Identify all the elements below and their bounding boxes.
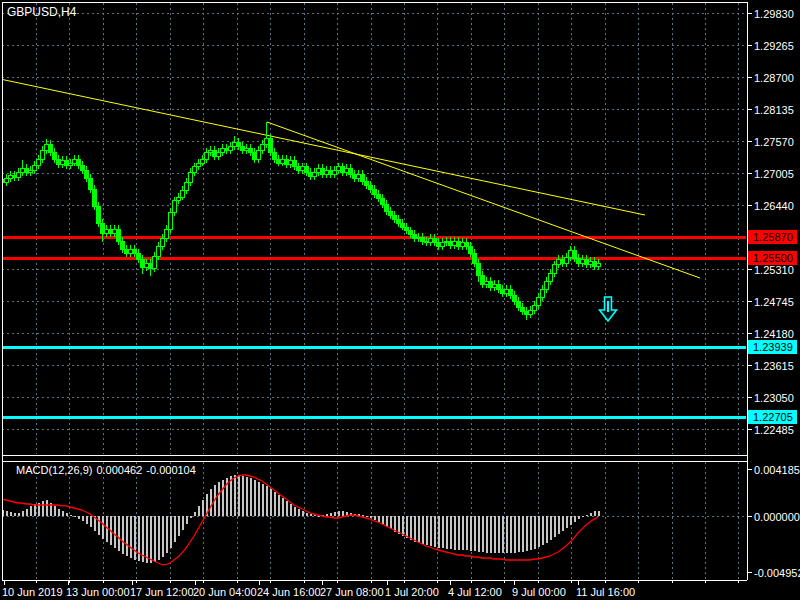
indicator-signal-value: -0.000104 [146,464,196,476]
svg-text:1.25500: 1.25500 [753,252,793,264]
svg-text:1.23615: 1.23615 [754,360,794,372]
svg-text:1.22485: 1.22485 [754,424,794,436]
svg-text:11 Jul 16:00: 11 Jul 16:00 [576,586,635,598]
svg-text:1.23939: 1.23939 [753,341,793,353]
svg-text:10 Jun 2019: 10 Jun 2019 [2,586,63,598]
svg-text:1 Jul 20:00: 1 Jul 20:00 [385,586,439,598]
indicator-main-value: 0.000462 [96,464,142,476]
svg-text:9 Jul 00:00: 9 Jul 00:00 [512,586,566,598]
svg-text:1.22705: 1.22705 [753,411,793,423]
svg-text:1.23050: 1.23050 [754,392,794,404]
svg-text:0.000000: 0.000000 [754,511,800,523]
svg-text:27 Jun 08:00: 27 Jun 08:00 [320,586,384,598]
svg-text:17 Jun 12:00: 17 Jun 12:00 [130,586,194,598]
svg-text:1.25310: 1.25310 [754,264,794,276]
svg-text:1.24745: 1.24745 [754,296,794,308]
svg-text:-0.004952: -0.004952 [754,567,800,579]
svg-text:1.28135: 1.28135 [754,104,794,116]
svg-text:1.29830: 1.29830 [754,8,794,20]
svg-text:1.27005: 1.27005 [754,168,794,180]
indicator-label: MACD(12,26,9)0.000462-0.000104 [16,464,200,476]
svg-text:13 Jun 00:00: 13 Jun 00:00 [66,586,130,598]
svg-text:1.25870: 1.25870 [753,231,793,243]
svg-text:0.004185: 0.004185 [754,464,800,476]
chart-canvas[interactable]: 1.298301.292651.287001.281351.275701.270… [0,0,800,600]
svg-text:24 Jun 16:00: 24 Jun 16:00 [257,586,321,598]
indicator-name: MACD(12,26,9) [16,464,92,476]
svg-text:1.24180: 1.24180 [754,328,794,340]
symbol-timeframe-label: GBPUSD,H4 [7,5,76,19]
svg-text:4 Jul 12:00: 4 Jul 12:00 [448,586,502,598]
svg-text:1.28700: 1.28700 [754,72,794,84]
svg-text:1.27570: 1.27570 [754,136,794,148]
svg-text:20 Jun 04:00: 20 Jun 04:00 [193,586,257,598]
svg-text:1.26440: 1.26440 [754,200,794,212]
chart-window: 1.298301.292651.287001.281351.275701.270… [0,0,800,600]
svg-text:1.29265: 1.29265 [754,40,794,52]
